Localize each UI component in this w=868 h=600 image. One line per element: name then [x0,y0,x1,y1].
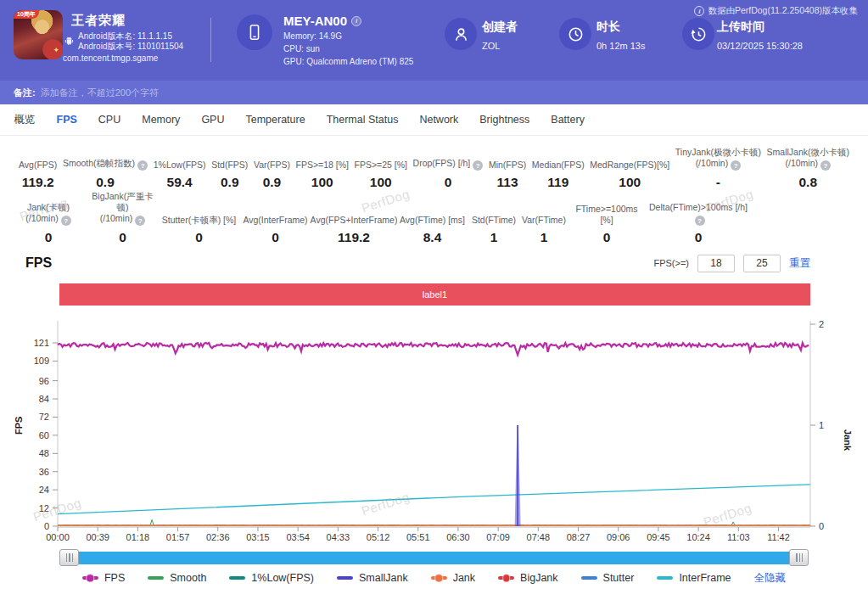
svg-text:72: 72 [39,412,49,422]
clock-icon [559,18,591,50]
stat-label: Avg(FTime) [ms] [400,215,465,226]
help-icon[interactable]: ? [135,216,145,226]
legend-marker [657,576,673,580]
remark-bar: 备注: 添加备注，不超过200个字符 [0,81,868,104]
legend-item-bigjank[interactable]: BigJank [498,572,557,584]
tab-cpu[interactable]: CPU [87,104,131,136]
reset-link[interactable]: 重置 [789,256,810,271]
help-icon[interactable]: ? [820,160,831,171]
help-icon[interactable]: ? [473,160,483,171]
svg-text:109: 109 [34,356,49,366]
stat-item: FTime>=100ms [%]0 [568,198,645,246]
device-info-icon[interactable]: i [351,16,361,26]
stat-item: Min(FPS)113 [489,143,526,191]
svg-text:84: 84 [39,394,49,404]
stat-item: TinyJank(极微小卡顿)(/10min)?- [675,143,761,191]
stat-item: 1%Low(FPS)59.4 [154,143,206,191]
help-icon[interactable]: ? [137,160,148,171]
stat-label: Median(FPS) [532,160,585,171]
legend-item-fps[interactable]: FPS [82,572,125,584]
perfdog-report-page: 10周年 ✦ 王者荣耀 Android版本名: 11.1.1.15 Androi… [0,0,868,600]
collect-info: i 数据由PerfDog(11.2.250408)版本收集 [694,5,858,17]
remark-input[interactable]: 添加备注，不超过200个字符 [41,87,550,99]
stat-value: 1 [490,229,498,246]
device-model: MEY-AN00 i [283,14,361,28]
tab-brightness[interactable]: Brightness [469,104,540,136]
device-memory: Memory: 14.9G [283,31,342,41]
svg-text:05:12: 05:12 [367,532,390,542]
svg-text:0: 0 [819,521,824,531]
help-icon[interactable]: ? [731,160,741,171]
scrollbar-right-handle[interactable] [789,549,809,566]
svg-text:02:36: 02:36 [206,532,230,542]
legend-marker [337,576,353,580]
stat-item: Stutter(卡顿率) [%]0 [159,198,239,246]
stats-row-2: Jank(卡顿)(/10min)?0BigJank(严重卡顿)(/10min)?… [0,191,868,246]
svg-text:00:39: 00:39 [86,532,109,542]
stat-value: 119 [547,174,568,191]
stat-value: 100 [370,174,392,191]
legend-label: InterFrame [679,572,731,584]
tab-gpu[interactable]: GPU [191,104,235,136]
stat-label: BigJank(严重卡顿)(/10min)? [87,191,159,227]
hide-all-link[interactable]: 全隐藏 [754,571,787,586]
svg-text:FPS: FPS [14,417,24,435]
creator-label: 创建者 [482,20,518,35]
tab-memory[interactable]: Memory [132,104,191,136]
stat-item: Drop(FPS) [/h]?0 [413,143,484,191]
stat-item: SmallJank(微小卡顿)(/10min)?0.8 [767,143,849,191]
upload-time-label: 上传时间 [717,20,764,35]
svg-text:03:15: 03:15 [246,532,270,542]
stat-value: 113 [497,174,518,191]
svg-text:09:06: 09:06 [607,532,630,542]
tab-network[interactable]: Network [409,104,469,136]
duration-label: 时长 [596,20,620,35]
stat-item: Median(FPS)119 [532,143,585,191]
help-icon[interactable]: ? [61,216,71,226]
fps-threshold-input-1[interactable] [697,255,735,272]
tab-thermal-status[interactable]: Thermal Status [316,104,409,136]
legend-item-smooth[interactable]: Smooth [148,572,206,584]
fps-chart[interactable]: 0122436486072849610912101200:0000:3901:1… [0,306,868,548]
svg-text:60: 60 [39,430,49,440]
tab-battery[interactable]: Battery [540,104,596,136]
stat-item: BigJank(严重卡顿)(/10min)?0 [87,198,159,246]
legend-marker [431,576,447,580]
stat-value: - [716,174,720,191]
legend-item-1-low-fps-[interactable]: 1%Low(FPS) [229,572,314,584]
stat-value: 0.9 [96,174,115,191]
svg-text:08:27: 08:27 [567,532,591,542]
legend-item-smalljank[interactable]: SmallJank [337,572,408,584]
help-icon[interactable]: ? [695,216,705,226]
info-icon[interactable]: i [694,6,704,16]
stat-item: FPS>=25 [%]100 [355,143,407,191]
stat-item: Avg(InterFrame)0 [239,198,311,246]
legend-marker [148,576,164,580]
stat-label: Var(FPS) [254,160,290,171]
stat-item: Avg(FTime) [ms]8.4 [396,198,468,246]
svg-text:03:54: 03:54 [286,532,310,542]
legend-item-interframe[interactable]: InterFrame [657,572,731,584]
svg-text:06:30: 06:30 [446,532,470,542]
legend-marker [581,576,597,580]
stat-item: Jank(卡顿)(/10min)?0 [10,198,87,246]
svg-text:00:00: 00:00 [46,532,70,542]
scrollbar-left-handle[interactable] [59,549,79,566]
legend-marker [82,576,98,580]
scrollbar-track[interactable] [79,552,789,564]
legend-item-stutter[interactable]: Stutter [581,572,635,584]
tab-temperature[interactable]: Temperature [235,104,316,136]
phone-icon [237,14,272,50]
legend-item-jank[interactable]: Jank [431,572,475,584]
tab-概览[interactable]: 概览 [3,104,46,136]
stat-label: 1%Low(FPS) [154,160,206,171]
fps-threshold-input-2[interactable] [743,255,781,272]
stat-item: Smooth(稳帧指数)?0.9 [63,143,148,191]
svg-text:24: 24 [39,485,49,495]
stat-value: 0 [195,229,203,246]
svg-text:12: 12 [39,503,49,513]
annotation-label: label1 [423,289,447,300]
tab-fps[interactable]: FPS [46,104,87,136]
stat-item: Delta(FTime)>100ms [/h]?0 [645,198,752,246]
stat-item: Var(FPS)0.9 [254,143,290,191]
